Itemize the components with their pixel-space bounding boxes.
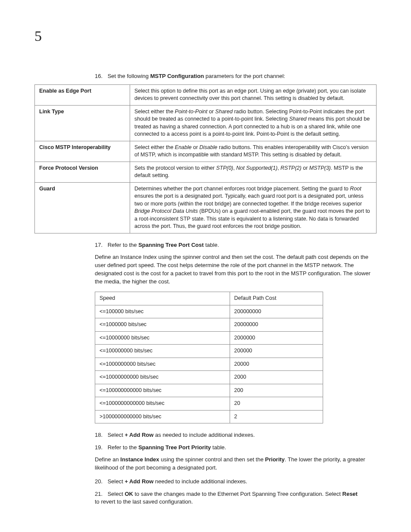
- param-label: Enable as Edge Port: [35, 84, 130, 105]
- path-cost-table: SpeedDefault Path Cost<=100000 bits/sec2…: [95, 292, 323, 423]
- step-num: 20.: [95, 478, 106, 485]
- speed-cell: >1000000000000 bits/sec: [95, 410, 230, 423]
- param-label: Guard: [35, 182, 130, 233]
- table-row: <=1000000 bits/sec20000000: [95, 318, 323, 332]
- cost-cell: 200: [230, 384, 323, 397]
- speed-cell: <=10000000 bits/sec: [95, 331, 230, 345]
- step-text: Set the following: [108, 73, 150, 79]
- step-text: Select: [108, 432, 125, 438]
- step-text: Refer to the: [108, 444, 139, 451]
- speed-cell: <=1000000000 bits/sec: [95, 358, 230, 371]
- step-bold: MSTP Configuration: [150, 73, 204, 79]
- param-desc: Select either the Point-to-Point or Shar…: [130, 105, 377, 141]
- step-text: as needed to include additional indexes.: [153, 432, 255, 438]
- table-row: <=10000000000 bits/sec2000: [95, 371, 323, 384]
- step-text: table.: [211, 444, 226, 451]
- mstp-config-table: Enable as Edge PortSelect this option to…: [34, 84, 377, 233]
- step-num: 19.: [95, 444, 106, 451]
- bold: OK: [125, 491, 133, 497]
- step-bold: Spanning Tree Port Priority: [138, 444, 211, 451]
- cost-cell: 2000: [230, 371, 323, 384]
- table-row: <=10000000 bits/sec2000000: [95, 331, 323, 345]
- step-21: 21. Select OK to save the changes made t…: [95, 490, 359, 506]
- cost-cell: 20: [230, 397, 323, 411]
- step-text: Select: [108, 478, 125, 485]
- chapter-number: 5: [34, 26, 377, 47]
- step-18: 18. Select + Add Row as needed to includ…: [95, 431, 377, 439]
- paragraph-17: Define an Instance Index using the spinn…: [95, 253, 377, 286]
- bold: Priority: [265, 456, 285, 463]
- cost-cell: 2000000: [230, 331, 323, 345]
- step-text: needed to include additional indexes.: [153, 478, 247, 485]
- step-num: 17.: [95, 241, 106, 249]
- param-desc: Sets the protocol version to either STP(…: [130, 162, 377, 182]
- bold: Reset: [342, 491, 358, 497]
- param-label: Cisco MSTP Interoperability: [35, 141, 130, 162]
- table-header: Default Path Cost: [230, 292, 323, 305]
- cost-cell: 20000: [230, 358, 323, 371]
- table-header: Speed: [95, 292, 230, 305]
- speed-cell: <=100000 bits/sec: [95, 305, 230, 318]
- text: using the spinner control and then set t…: [159, 456, 265, 463]
- step-20: 20. Select + Add Row needed to include a…: [95, 478, 377, 485]
- param-desc: Select either the Enable or Disable radi…: [130, 141, 377, 162]
- table-row: >1000000000000 bits/sec2: [95, 410, 323, 423]
- step-19: 19. Refer to the Spanning Tree Port Prio…: [95, 444, 377, 451]
- bold: Instance Index: [120, 456, 159, 463]
- paragraph-19: Define an Instance Index using the spinn…: [95, 456, 377, 472]
- table-row: <=100000000 bits/sec200000: [95, 345, 323, 358]
- step-text: table.: [204, 242, 219, 248]
- table-row: Link TypeSelect either the Point-to-Poin…: [35, 105, 377, 141]
- speed-cell: <=1000000000000 bits/sec: [95, 397, 230, 411]
- step-text: to save the changes made to the Ethernet…: [133, 491, 342, 497]
- step-text: to revert to the last saved configuratio…: [95, 498, 193, 505]
- step-text: Refer to the: [108, 242, 139, 248]
- step-text: parameters for the port channel:: [204, 73, 285, 79]
- table-header-row: SpeedDefault Path Cost: [95, 292, 323, 305]
- step-bold: + Add Row: [125, 478, 153, 485]
- table-row: Enable as Edge PortSelect this option to…: [35, 84, 377, 105]
- speed-cell: <=10000000000 bits/sec: [95, 371, 230, 384]
- speed-cell: <=100000000 bits/sec: [95, 345, 230, 358]
- cost-cell: 20000000: [230, 318, 323, 332]
- speed-cell: <=100000000000 bits/sec: [95, 384, 230, 397]
- cost-cell: 200000000: [230, 305, 323, 318]
- step-17: 17. Refer to the Spanning Tree Port Cost…: [95, 241, 377, 249]
- step-num: 18.: [95, 431, 106, 439]
- step-bold: Spanning Tree Port Cost: [138, 242, 204, 248]
- table-row: GuardDetermines whether the port channel…: [35, 182, 377, 233]
- param-desc: Select this option to define this port a…: [130, 84, 377, 105]
- param-label: Force Protocol Version: [35, 162, 130, 182]
- step-num: 16.: [95, 72, 106, 80]
- step-num: 21.: [95, 490, 106, 498]
- step-bold: + Add Row: [125, 432, 153, 438]
- step-16: 16. Set the following MSTP Configuration…: [95, 72, 377, 80]
- table-row: <=100000000000 bits/sec200: [95, 384, 323, 397]
- cost-cell: 2: [230, 410, 323, 423]
- table-row: Force Protocol VersionSets the protocol …: [35, 162, 377, 182]
- param-desc: Determines whether the port channel enfo…: [130, 182, 377, 233]
- step-text: Select: [108, 491, 125, 497]
- table-row: <=1000000000000 bits/sec20: [95, 397, 323, 411]
- speed-cell: <=1000000 bits/sec: [95, 318, 230, 332]
- text: Define an: [95, 456, 120, 463]
- param-label: Link Type: [35, 105, 130, 141]
- table-row: <=1000000000 bits/sec20000: [95, 358, 323, 371]
- table-row: <=100000 bits/sec200000000: [95, 305, 323, 318]
- table-row: Cisco MSTP InteroperabilitySelect either…: [35, 141, 377, 162]
- cost-cell: 200000: [230, 345, 323, 358]
